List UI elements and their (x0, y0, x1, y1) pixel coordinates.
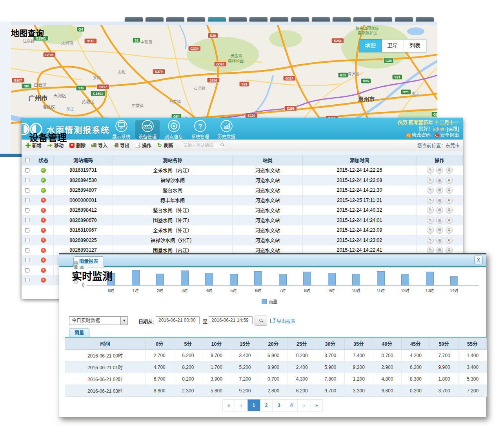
rain-value-cell: 5.200 (231, 361, 260, 373)
toolbar-button-删除[interactable]: 删除 (69, 142, 86, 149)
edit-icon[interactable]: ✎ (427, 207, 434, 214)
rain-bar (205, 273, 213, 285)
row-checkbox[interactable] (25, 278, 29, 282)
settings-icon[interactable]: ⚙ (446, 217, 453, 224)
date-to-input[interactable] (209, 316, 253, 324)
map-place-label: 石龙镇 (169, 99, 181, 104)
close-icon[interactable]: X (474, 256, 483, 264)
rain-value-cell: 8.300 (402, 373, 430, 385)
rain-bar (279, 274, 287, 285)
svg-text:S379: S379 (155, 70, 163, 74)
map-place-label: 天河区 (53, 93, 66, 98)
map-view-button-卫星[interactable]: 卫星 (382, 39, 404, 52)
svg-text:G4: G4 (78, 27, 83, 31)
search-icon[interactable] (220, 143, 224, 146)
nav-item-展示系统[interactable]: 展示系统 (109, 119, 134, 140)
nav-item-label: 设备管理 (135, 133, 160, 140)
page-button-1[interactable]: 1 (248, 399, 260, 411)
rain-value-cell: 4.800 (373, 373, 402, 385)
rain-bar (426, 272, 434, 285)
delete-icon[interactable]: ▥ (436, 197, 443, 204)
delete-icon[interactable]: ▥ (436, 167, 443, 174)
settings-icon[interactable]: ⚙ (446, 237, 453, 244)
row-checkbox[interactable] (25, 268, 29, 272)
status-error-icon: ! (41, 208, 46, 213)
row-select-cell (22, 236, 33, 245)
map-view-button-地图[interactable]: 地图 (359, 39, 382, 52)
edit-icon[interactable]: ✎ (427, 227, 434, 234)
delete-icon[interactable]: ▥ (436, 187, 443, 194)
select-all-cell (22, 155, 33, 165)
date-from-input[interactable] (156, 316, 200, 324)
toolbar-button-刷新[interactable]: 刷新 (157, 142, 173, 149)
edit-icon[interactable]: ✎ (427, 187, 434, 194)
map-view-button-列表[interactable]: 列表 (404, 39, 426, 52)
delete-icon[interactable]: ▥ (436, 237, 443, 244)
delete-icon[interactable]: ▥ (436, 177, 443, 184)
row-checkbox[interactable] (25, 168, 29, 172)
status-cell: ! (33, 265, 54, 275)
select-all-checkbox[interactable] (25, 158, 29, 162)
edit-icon[interactable]: ✎ (427, 217, 434, 224)
tab-rain[interactable]: 雨量 (69, 328, 89, 337)
settings-icon[interactable]: ⚙ (446, 177, 453, 184)
page-button-«[interactable]: « (222, 399, 235, 411)
column-header-测站编码: 测站编码 (54, 155, 113, 165)
settings-icon[interactable]: ⚙ (446, 207, 453, 214)
delete-icon[interactable]: ▥ (436, 217, 443, 224)
toolbar-button-移动[interactable]: 移动 (47, 142, 64, 149)
data-mode-select[interactable]: 今日实时数据 ▼ (69, 316, 128, 325)
edit-icon[interactable]: ✎ (427, 177, 434, 184)
nav-item-系统管理[interactable]: ?系统管理 (187, 119, 213, 140)
row-checkbox[interactable] (25, 258, 29, 262)
delete-icon[interactable]: ▥ (436, 207, 443, 214)
row-select-cell (22, 205, 33, 215)
row-checkbox[interactable] (25, 178, 29, 182)
settings-icon[interactable]: ⚙ (446, 187, 453, 194)
svg-text:G324: G324 (286, 76, 294, 80)
change-password-link[interactable]: 修改密码 (406, 132, 431, 138)
toolbar-button-操作[interactable]: 操作 (135, 142, 151, 149)
row-checkbox[interactable] (25, 228, 29, 232)
settings-icon[interactable]: ⚙ (446, 197, 453, 204)
settings-icon[interactable]: ⚙ (446, 167, 453, 174)
toolbar-divider (22, 151, 463, 155)
nav-item-历史数据[interactable]: 历史数据 (214, 119, 239, 140)
station-search-input[interactable] (181, 142, 225, 149)
delete-icon[interactable]: ▥ (436, 227, 443, 234)
toolbar-button-新增[interactable]: 新增 (25, 142, 42, 149)
page-button-2[interactable]: 2 (260, 399, 273, 411)
history-icon (214, 120, 239, 134)
rain-column-header-30分: 30分 (316, 338, 345, 349)
rain-value-cell: 5.900 (316, 361, 345, 373)
row-checkbox[interactable] (25, 208, 29, 212)
row-checkbox[interactable] (25, 198, 29, 202)
row-checkbox[interactable] (25, 218, 29, 222)
row-checkbox[interactable] (25, 188, 29, 192)
query-button[interactable] (255, 316, 267, 326)
edit-icon[interactable]: ✎ (427, 167, 434, 174)
page-button-›[interactable]: › (298, 399, 311, 411)
export-report-link[interactable]: 导出报表 (270, 318, 295, 324)
nav-item-测点信息[interactable]: 测点信息 (161, 119, 186, 140)
station-code-cell: 8826894530 (54, 176, 113, 185)
page-button-»[interactable]: » (311, 399, 323, 411)
nav-item-设备管理[interactable]: 设备管理 (135, 119, 160, 140)
rain-bar (401, 274, 409, 285)
edit-icon[interactable]: ✎ (427, 197, 434, 204)
edit-icon[interactable]: ✎ (427, 237, 434, 244)
row-checkbox[interactable] (25, 238, 29, 242)
page-button-‹[interactable]: ‹ (235, 399, 248, 411)
page-button-3[interactable]: 3 (273, 399, 286, 411)
toolbar-button-label: 删除 (76, 142, 86, 149)
key-icon (406, 133, 411, 138)
row-checkbox[interactable] (25, 248, 29, 252)
toolbar-button-导入[interactable]: 导入 (91, 142, 107, 149)
column-header-添加时间: 添加时间 (303, 155, 417, 165)
logout-link[interactable]: 安全退出 (435, 132, 459, 138)
svg-text:S29: S29 (210, 34, 216, 38)
station-type-cell: 河道水文站 (233, 185, 303, 195)
toolbar-button-导出[interactable]: 导出 (113, 142, 129, 149)
settings-icon[interactable]: ⚙ (446, 227, 453, 234)
page-button-4[interactable]: 4 (286, 399, 298, 411)
